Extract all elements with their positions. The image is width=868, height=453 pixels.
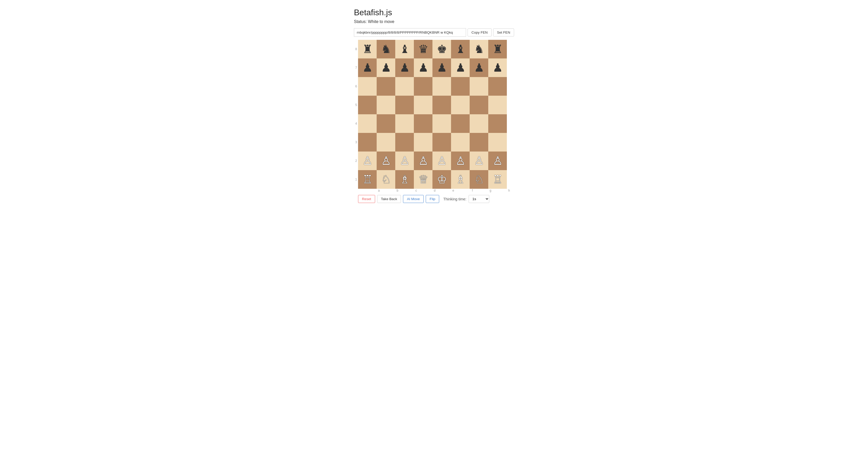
aimove-button[interactable]: AI Move — [403, 195, 424, 203]
square-h2[interactable]: ♙ — [488, 151, 507, 170]
set-fen-button[interactable]: Set FEN — [493, 28, 514, 36]
square-d4[interactable] — [414, 114, 432, 133]
square-b6[interactable] — [377, 77, 395, 96]
square-f3[interactable] — [451, 133, 470, 151]
square-f5[interactable] — [451, 96, 470, 114]
square-a3[interactable] — [358, 133, 377, 151]
square-b3[interactable] — [377, 133, 395, 151]
piece-bQ-3-0: ♛ — [418, 44, 428, 55]
square-a1[interactable]: ♖ — [358, 170, 377, 189]
piece-bP-0-1: ♟ — [363, 62, 373, 74]
fen-input[interactable] — [354, 28, 466, 37]
square-g7[interactable]: ♟ — [470, 58, 488, 77]
file-a: a — [362, 189, 381, 192]
app-container: Betafish.js Status: White to move Copy F… — [354, 8, 514, 203]
square-h8[interactable]: ♜ — [488, 40, 507, 58]
square-h6[interactable] — [488, 77, 507, 96]
square-e8[interactable]: ♚ — [432, 40, 451, 58]
takeback-button[interactable]: Take Back — [377, 195, 401, 203]
file-d: d — [418, 189, 437, 192]
square-d7[interactable]: ♟ — [414, 58, 432, 77]
piece-bB-2-0: ♝ — [400, 44, 410, 55]
board-column: ♜♞♝♛♚♝♞♜♟♟♟♟♟♟♟♟♙♙♙♙♙♙♙♙♖♘♗♕♔♗♘♖ a b c d… — [358, 40, 511, 192]
thinking-time-select[interactable]: 0.5s 1s 2s 5s 10s — [469, 195, 489, 203]
piece-wP-3-6: ♙ — [418, 155, 428, 167]
square-g2[interactable]: ♙ — [470, 151, 488, 170]
square-f8[interactable]: ♝ — [451, 40, 470, 58]
piece-wP-0-6: ♙ — [363, 155, 373, 167]
piece-wN-1-7: ♘ — [381, 174, 391, 185]
piece-wP-5-6: ♙ — [456, 155, 466, 167]
thinking-label: Thinking time: — [443, 197, 467, 201]
square-f2[interactable]: ♙ — [451, 151, 470, 170]
square-e7[interactable]: ♟ — [432, 58, 451, 77]
square-d8[interactable]: ♛ — [414, 40, 432, 58]
square-e6[interactable] — [432, 77, 451, 96]
square-g8[interactable]: ♞ — [470, 40, 488, 58]
square-f6[interactable] — [451, 77, 470, 96]
square-c6[interactable] — [395, 77, 414, 96]
piece-wP-4-6: ♙ — [437, 155, 447, 167]
square-a5[interactable] — [358, 96, 377, 114]
piece-bP-1-1: ♟ — [381, 62, 391, 74]
square-b7[interactable]: ♟ — [377, 58, 395, 77]
square-a6[interactable] — [358, 77, 377, 96]
square-h5[interactable] — [488, 96, 507, 114]
square-g5[interactable] — [470, 96, 488, 114]
square-g6[interactable] — [470, 77, 488, 96]
piece-bP-5-1: ♟ — [456, 62, 466, 74]
square-c8[interactable]: ♝ — [395, 40, 414, 58]
piece-wB-2-7: ♗ — [400, 174, 410, 185]
piece-wP-6-6: ♙ — [474, 155, 484, 167]
square-h1[interactable]: ♖ — [488, 170, 507, 189]
square-b5[interactable] — [377, 96, 395, 114]
square-c1[interactable]: ♗ — [395, 170, 414, 189]
file-f: f — [455, 189, 474, 192]
piece-bP-2-1: ♟ — [400, 62, 410, 74]
square-e3[interactable] — [432, 133, 451, 151]
copy-fen-button[interactable]: Copy FEN — [468, 28, 492, 36]
flip-button[interactable]: Flip — [426, 195, 439, 203]
square-c3[interactable] — [395, 133, 414, 151]
piece-bR-7-0: ♜ — [493, 44, 503, 55]
square-g1[interactable]: ♘ — [470, 170, 488, 189]
square-b4[interactable] — [377, 114, 395, 133]
square-b1[interactable]: ♘ — [377, 170, 395, 189]
piece-wP-1-6: ♙ — [381, 155, 391, 167]
square-b8[interactable]: ♞ — [377, 40, 395, 58]
page-title: Betafish.js — [354, 8, 392, 17]
square-a4[interactable] — [358, 114, 377, 133]
square-g3[interactable] — [470, 133, 488, 151]
square-c7[interactable]: ♟ — [395, 58, 414, 77]
square-g4[interactable] — [470, 114, 488, 133]
square-a7[interactable]: ♟ — [358, 58, 377, 77]
piece-bN-6-0: ♞ — [474, 44, 484, 55]
chess-board[interactable]: ♜♞♝♛♚♝♞♜♟♟♟♟♟♟♟♟♙♙♙♙♙♙♙♙♖♘♗♕♔♗♘♖ — [358, 40, 507, 189]
square-h3[interactable] — [488, 133, 507, 151]
square-d5[interactable] — [414, 96, 432, 114]
square-d2[interactable]: ♙ — [414, 151, 432, 170]
square-a8[interactable]: ♜ — [358, 40, 377, 58]
square-e5[interactable] — [432, 96, 451, 114]
square-a2[interactable]: ♙ — [358, 151, 377, 170]
square-f4[interactable] — [451, 114, 470, 133]
square-f7[interactable]: ♟ — [451, 58, 470, 77]
square-c5[interactable] — [395, 96, 414, 114]
square-c2[interactable]: ♙ — [395, 151, 414, 170]
square-b2[interactable]: ♙ — [377, 151, 395, 170]
piece-bP-7-1: ♟ — [493, 62, 503, 74]
piece-wK-4-7: ♔ — [437, 174, 447, 185]
file-b: b — [381, 189, 399, 192]
square-c4[interactable] — [395, 114, 414, 133]
square-e1[interactable]: ♔ — [432, 170, 451, 189]
square-d3[interactable] — [414, 133, 432, 151]
square-e4[interactable] — [432, 114, 451, 133]
square-h4[interactable] — [488, 114, 507, 133]
reset-button[interactable]: Reset — [358, 195, 375, 203]
square-h7[interactable]: ♟ — [488, 58, 507, 77]
square-e2[interactable]: ♙ — [432, 151, 451, 170]
square-f1[interactable]: ♗ — [451, 170, 470, 189]
square-d6[interactable] — [414, 77, 432, 96]
rank-6: 6 — [354, 85, 357, 88]
square-d1[interactable]: ♕ — [414, 170, 432, 189]
